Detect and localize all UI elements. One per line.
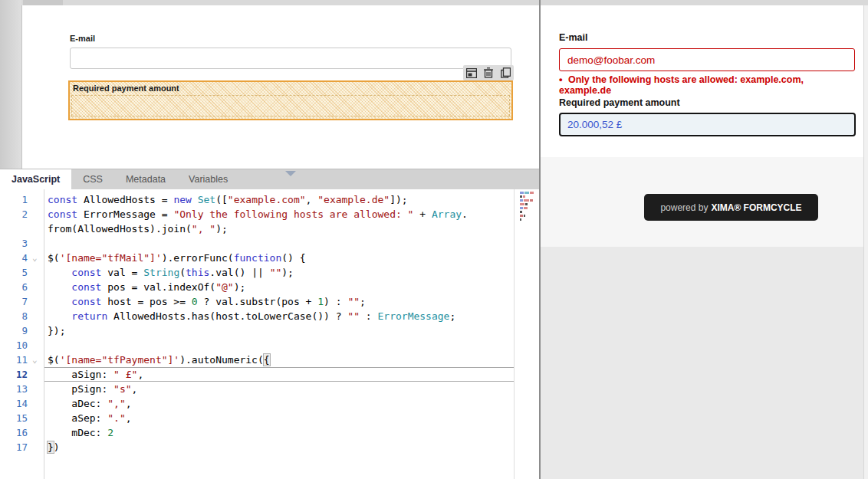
designer-email-label: E-mail [70, 34, 95, 43]
line-number: 15 [0, 411, 44, 425]
code-line-17: 17}) [0, 440, 514, 454]
preview-email-input[interactable] [559, 48, 855, 71]
preview-top-strip [541, 0, 868, 5]
canvas-left-margin [0, 0, 21, 169]
fold-chevron-icon[interactable]: ⌄ [32, 251, 38, 265]
canvas-top-strip [21, 0, 539, 5]
code-line-1: 1const AllowedHosts = new Set(["example.… [0, 192, 514, 207]
line-number: 3 [0, 236, 44, 251]
delete-icon[interactable] [483, 67, 495, 79]
code-text: const host = pos >= 0 ? val.substr(pos +… [44, 294, 514, 309]
tab-variables[interactable]: Variables [177, 169, 239, 189]
code-lines: 1const AllowedHosts = new Set(["example.… [0, 192, 514, 454]
editor-right-edge [514, 189, 515, 479]
email-error-message: •Only the following hosts are allowed: e… [559, 74, 858, 96]
form-preview-panel: E-mail •Only the following hosts are all… [539, 0, 868, 479]
code-line-13: 13 pSign: "s", [0, 382, 514, 396]
code-text: return AllowedHosts.has(host.toLowerCase… [44, 309, 514, 323]
code-line-5: 5 const val = String(this.val() || ""); [0, 265, 514, 280]
code-text: }) [44, 440, 514, 454]
code-line-16: 16 mDec: 2 [0, 425, 514, 440]
line-number: 17 [0, 440, 44, 454]
line-number: 4⌄ [0, 251, 44, 265]
fold-chevron-icon[interactable]: ⌄ [32, 353, 38, 367]
code-line-14: 14 aDec: ",", [0, 396, 514, 411]
line-number: 9 [0, 323, 44, 338]
tab-javascript[interactable]: JavaScript [0, 169, 71, 189]
preview-form: E-mail •Only the following hosts are all… [541, 5, 863, 157]
error-bullet-icon: • [559, 74, 568, 85]
code-line-4: 4⌄$('[name="tfMail"]').errorFunc(functio… [0, 251, 514, 265]
field-widget-icon[interactable] [465, 67, 477, 79]
line-number: 5 [0, 265, 44, 280]
code-text: const val = String(this.val() || ""); [44, 265, 514, 280]
code-line-11: 11⌄$('[name="tfPayment"]').autoNumeric({ [0, 353, 514, 367]
code-text: }); [44, 323, 514, 338]
app-screen: E-mail Required payment amount JavaSc [0, 0, 868, 479]
code-editor[interactable]: 1const AllowedHosts = new Set(["example.… [0, 189, 539, 479]
code-text: pSign: "s", [44, 382, 514, 396]
line-number: 1 [0, 192, 44, 207]
designer-selected-field[interactable]: Required payment amount [68, 80, 513, 120]
collapse-panel-arrow-icon[interactable] [285, 171, 296, 176]
preview-footer-area: powered by XIMA® FORMCYCLE [541, 157, 863, 247]
designer-pane: E-mail Required payment amount JavaSc [0, 0, 539, 479]
code-text: aSign: " £", [44, 367, 514, 382]
code-line-8: 8 return AllowedHosts.has(host.toLowerCa… [0, 309, 514, 323]
duplicate-icon[interactable] [500, 67, 511, 79]
designer-payment-label: Required payment amount [73, 84, 179, 93]
line-number: 13 [0, 382, 44, 396]
line-number: 10 [0, 338, 44, 353]
code-line-7: 7 const host = pos >= 0 ? val.substr(pos… [0, 294, 514, 309]
form-designer-canvas[interactable]: E-mail Required payment amount [21, 5, 539, 169]
preview-payment-input[interactable] [559, 113, 856, 136]
tab-css[interactable]: CSS [71, 169, 114, 189]
preview-scrollbar[interactable] [863, 5, 868, 479]
code-text: const AllowedHosts = new Set(["example.c… [44, 192, 514, 207]
preview-email-label: E-mail [559, 32, 588, 43]
code-text [44, 236, 514, 251]
code-line-9: 9}); [0, 323, 514, 338]
line-number: 16 [0, 425, 44, 440]
code-line-15: 15 aSep: ".", [0, 411, 514, 425]
gutter-separator [44, 189, 44, 479]
code-text: aDec: ",", [44, 396, 514, 411]
line-number: 12 [0, 367, 44, 382]
code-line-3: 3 [0, 236, 514, 251]
code-line-6: 6 const pos = val.indexOf("@"); [0, 280, 514, 294]
line-number: 11⌄ [0, 353, 44, 367]
code-text: const ErrorMessage = "Only the following… [44, 207, 514, 236]
line-number: 2 [0, 207, 44, 236]
line-number: 14 [0, 396, 44, 411]
designer-payment-input-area [71, 95, 510, 116]
tab-metadata[interactable]: Metadata [114, 169, 177, 189]
line-number: 7 [0, 294, 44, 309]
code-text: $('[name="tfPayment"]').autoNumeric({ [44, 353, 514, 367]
code-text: const pos = val.indexOf("@"); [44, 280, 514, 294]
line-number: 6 [0, 280, 44, 294]
preview-payment-label: Required payment amount [559, 97, 680, 108]
editor-tab-bar: JavaScriptCSSMetadataVariables [0, 169, 539, 189]
branding-prefix: powered by [660, 202, 708, 213]
element-toolbar [463, 65, 514, 80]
code-text: $('[name="tfMail"]').errorFunc(function(… [44, 251, 514, 265]
code-text: mDec: 2 [44, 425, 514, 440]
formcycle-branding-badge: powered by XIMA® FORMCYCLE [644, 194, 818, 221]
branding-name: XIMA® FORMCYCLE [711, 202, 801, 213]
code-line-10: 10 [0, 338, 514, 353]
line-number: 8 [0, 309, 44, 323]
code-minimap[interactable] [520, 192, 538, 222]
code-text: aSep: ".", [44, 411, 514, 425]
code-line-2: 2const ErrorMessage = "Only the followin… [0, 207, 514, 236]
code-line-12: 12 aSign: " £", [0, 367, 514, 382]
designer-email-field[interactable] [70, 48, 511, 69]
code-text [44, 338, 514, 353]
